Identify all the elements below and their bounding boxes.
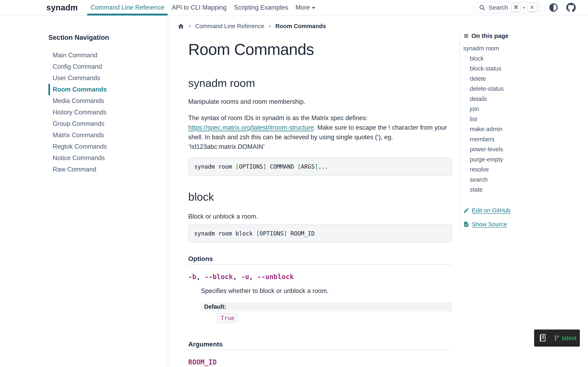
home-icon xyxy=(178,23,184,30)
readthedocs-book-icon xyxy=(539,333,546,343)
sidebar-item-raw-command[interactable]: Raw Command xyxy=(48,164,168,175)
sidebar-title: Section Navigation xyxy=(48,34,168,42)
file-icon xyxy=(463,221,469,227)
default-label: Default: xyxy=(204,303,226,310)
toc-item-power-levels[interactable]: power-levels xyxy=(463,144,582,155)
nav-label: API to CLI Mapping xyxy=(172,4,227,11)
room-id-syntax-paragraph: The syntax of room IDs in synadm is as t… xyxy=(188,113,452,151)
toc-title-row: On this page xyxy=(463,33,582,39)
synadm-room-lead: Manipulate rooms and room membership. xyxy=(188,97,452,106)
toc-item-details[interactable]: details xyxy=(463,94,582,104)
nav-api-to-cli-mapping[interactable]: API to CLI Mapping xyxy=(168,0,230,15)
default-field-header: Default: xyxy=(201,302,452,311)
nav-label: Scripting Examples xyxy=(234,4,288,11)
argument-signature: ROOM_ID xyxy=(188,358,452,366)
git-branch-icon xyxy=(554,335,560,341)
toc-item-members[interactable]: members xyxy=(463,134,582,145)
options-rubric: Options xyxy=(188,255,452,265)
sidebar-item-notice-commands[interactable]: Notice Commands xyxy=(48,152,168,164)
top-navbar: synadm Command Line Reference API to CLI… xyxy=(0,0,588,16)
toc-item-search[interactable]: search xyxy=(463,175,582,185)
kbd-cmd: ⌘ xyxy=(511,3,521,12)
matrix-spec-link[interactable]: https://spec.matrix.org/latest/#room-str… xyxy=(188,124,314,131)
sidebar-item-config-command[interactable]: Config Command xyxy=(48,61,168,72)
sidebar-item-main-command[interactable]: Main Command xyxy=(48,50,168,61)
breadcrumb-home-link[interactable] xyxy=(178,23,184,30)
toc-list: synadm room block block-status delete de… xyxy=(463,43,582,195)
arguments-rubric: Arguments xyxy=(188,341,452,350)
toc-item-resolve[interactable]: resolve xyxy=(463,165,582,175)
code-line: synadm room block [OPTIONS] ROOM_ID xyxy=(194,230,315,237)
nav-command-line-reference[interactable]: Command Line Reference xyxy=(87,0,168,15)
toc-item-join[interactable]: join xyxy=(463,104,582,114)
list-icon xyxy=(463,33,469,39)
sidebar-item-regtok-commands[interactable]: Regtok Commands xyxy=(48,141,168,152)
github-link[interactable] xyxy=(566,3,576,12)
nav-scripting-examples[interactable]: Scripting Examples xyxy=(230,0,292,15)
page-title: Room Commands xyxy=(188,41,452,58)
nav-more-dropdown[interactable]: More xyxy=(292,0,319,15)
search-label: Search xyxy=(489,4,508,11)
pencil-icon xyxy=(463,207,469,213)
chevron-down-icon xyxy=(312,7,315,9)
toc-item-state[interactable]: state xyxy=(463,185,582,195)
sidebar-item-matrix-commands[interactable]: Matrix Commands xyxy=(48,129,168,141)
search-icon xyxy=(479,4,485,11)
sidebar-item-group-commands[interactable]: Group Commands xyxy=(48,118,168,129)
version-label: latest xyxy=(562,334,577,342)
usage-codeblock-block: synadm room block [OPTIONS] ROOM_ID xyxy=(188,225,452,242)
block-lead: Block or unblock a room. xyxy=(188,212,452,221)
toc-item-block-status[interactable]: block-status xyxy=(463,64,582,74)
toc-item-list[interactable]: list xyxy=(463,114,582,124)
kbd-k: K xyxy=(527,3,537,12)
show-source-link[interactable]: Show Source xyxy=(463,221,582,228)
sidebar-item-history-commands[interactable]: History Commands xyxy=(48,107,168,118)
kbd-plus: + xyxy=(523,5,526,10)
default-value-badge: True xyxy=(217,313,238,323)
usage-codeblock-synadm-room: synadm room [OPTIONS] COMMAND [ARGS]... xyxy=(188,158,452,175)
matrix-spec-link-part1: https://spec.matrix.org/latest/ xyxy=(188,124,269,131)
toc-item-purge-empty[interactable]: purge-empty xyxy=(463,155,582,165)
toc-item-delete[interactable]: delete xyxy=(463,74,582,84)
sidebar-item-user-commands[interactable]: User Commands xyxy=(48,72,168,84)
navbar-actions: Search ⌘ + K xyxy=(474,0,576,15)
toc-item-make-admin[interactable]: make-admin xyxy=(463,124,582,134)
toc-item-synadm-room[interactable]: synadm room xyxy=(463,43,582,54)
readthedocs-version-flyout[interactable]: latest xyxy=(534,329,580,347)
matrix-spec-link-part2: #room-structure xyxy=(269,124,314,131)
sidebar-item-media-commands[interactable]: Media Commands xyxy=(48,95,168,107)
toc-item-delete-status[interactable]: delete-status xyxy=(463,84,582,94)
default-value-row: True xyxy=(217,313,452,323)
section-heading-synadm-room: synadm room xyxy=(188,77,452,89)
nav-label: Command Line Reference xyxy=(90,4,164,11)
code-line: synadm room [OPTIONS] COMMAND [ARGS]... xyxy=(194,163,328,170)
edit-on-github-link[interactable]: Edit on GitHub xyxy=(463,207,582,214)
sidebar-list: Main Command Config Command User Command… xyxy=(48,50,168,175)
github-icon xyxy=(566,3,576,12)
show-source-label: Show Source xyxy=(472,221,507,228)
toc-item-block[interactable]: block xyxy=(463,54,582,64)
nav-label: More xyxy=(295,4,310,11)
sidebar-item-room-commands[interactable]: Room Commands xyxy=(48,84,168,95)
site-logo[interactable]: synadm xyxy=(46,3,78,12)
theme-toggle-button[interactable] xyxy=(549,3,558,12)
edit-on-github-label: Edit on GitHub xyxy=(472,207,510,214)
theme-toggle-icon xyxy=(549,3,558,12)
syntax-text: The syntax of room IDs in synadm is as t… xyxy=(188,114,368,122)
search-button[interactable]: Search ⌘ + K xyxy=(474,2,541,13)
option-signature: -b, --block, -u, --unblock xyxy=(188,273,452,281)
toc-title: On this page xyxy=(471,33,509,39)
on-this-page-toc: On this page synadm room block block-sta… xyxy=(459,33,582,228)
option-description: Specifies whether to block or unblock a … xyxy=(201,286,452,296)
article: Room Commands synadm room Manipulate roo… xyxy=(188,16,452,367)
section-heading-block: block xyxy=(188,191,452,202)
main-nav: Command Line Reference API to CLI Mappin… xyxy=(87,0,319,15)
section-navigation-sidebar: Section Navigation Main Command Config C… xyxy=(0,16,168,367)
